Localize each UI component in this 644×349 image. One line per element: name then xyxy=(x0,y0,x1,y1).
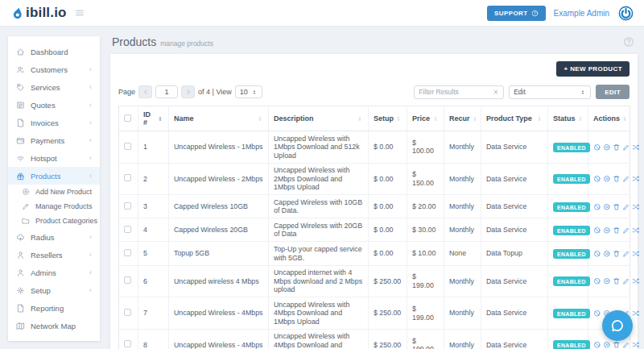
ban-icon[interactable] xyxy=(593,277,601,285)
sidebar-item-hotspot[interactable]: Hotspot‹ xyxy=(8,149,100,167)
edit-button[interactable]: EDIT xyxy=(596,85,630,99)
pencil-icon[interactable] xyxy=(622,203,630,211)
sidebar-item-admins[interactable]: Admins‹ xyxy=(8,264,100,281)
sort-icon[interactable] xyxy=(536,115,543,123)
app-logo[interactable]: ibill.io xyxy=(10,5,67,21)
trash-icon[interactable] xyxy=(613,175,621,183)
row-checkbox[interactable] xyxy=(124,276,131,284)
circle-x-icon[interactable] xyxy=(603,341,611,349)
row-checkbox[interactable] xyxy=(124,143,131,150)
sidebar-item-services[interactable]: Services‹ xyxy=(8,78,100,96)
chat-widget-button[interactable] xyxy=(602,310,633,341)
pencil-icon[interactable] xyxy=(622,143,630,152)
trash-icon[interactable] xyxy=(613,341,621,349)
sort-icon[interactable] xyxy=(621,115,628,123)
column-header-id[interactable]: ID # xyxy=(138,106,169,131)
column-header-description[interactable]: Description xyxy=(269,106,369,131)
trash-icon[interactable] xyxy=(613,203,621,211)
sort-icon[interactable] xyxy=(257,115,263,123)
sidebar-item-resellers[interactable]: Resellers‹ xyxy=(8,246,100,264)
column-header-status[interactable]: Status xyxy=(548,106,588,131)
sort-icon[interactable] xyxy=(472,115,478,123)
sidebar-item-payments[interactable]: Payments‹ xyxy=(8,131,100,149)
logout-power-icon[interactable] xyxy=(617,5,634,22)
sidebar-item-setup[interactable]: Setup‹ xyxy=(8,281,100,299)
circle-x-icon[interactable] xyxy=(603,250,611,258)
sidebar-item-reporting[interactable]: Reporting xyxy=(8,299,100,317)
column-header-setup[interactable]: Setup xyxy=(369,106,407,131)
sidebar-item-products[interactable]: Products‹ xyxy=(8,167,100,185)
shuffle-icon[interactable] xyxy=(632,143,640,152)
sidebar-item-manage-products[interactable]: Manage Products xyxy=(8,199,100,214)
circle-x-icon[interactable] xyxy=(603,277,611,285)
sort-icon[interactable] xyxy=(395,115,402,123)
menu-toggle-icon[interactable] xyxy=(74,7,85,19)
ban-icon[interactable] xyxy=(593,226,601,235)
pencil-icon[interactable] xyxy=(622,226,630,235)
row-checkbox[interactable] xyxy=(124,340,131,347)
filter-input[interactable] xyxy=(419,88,493,96)
sidebar-item-customers[interactable]: Customers‹ xyxy=(8,60,100,78)
sort-icon[interactable] xyxy=(357,115,363,123)
row-checkbox[interactable] xyxy=(124,202,131,210)
clear-filter-icon[interactable] xyxy=(493,89,499,95)
circle-x-icon[interactable] xyxy=(603,203,611,211)
new-product-button[interactable]: + NEW PRODUCT xyxy=(556,61,630,77)
bulk-action-select[interactable]: Edit xyxy=(509,85,591,99)
sidebar-item-network-map[interactable]: Network Map xyxy=(8,317,100,334)
pencil-icon[interactable] xyxy=(622,250,630,258)
support-button[interactable]: SUPPORT xyxy=(487,6,545,21)
sidebar-item-add-new-product[interactable]: Add New Product xyxy=(8,185,100,199)
column-header-actions[interactable]: Actions xyxy=(588,106,630,131)
pencil-icon[interactable] xyxy=(622,175,630,183)
prev-page-button[interactable] xyxy=(138,85,152,98)
column-header-name[interactable]: Name xyxy=(169,106,269,131)
sidebar-item-quotes[interactable]: Quotes‹ xyxy=(8,96,100,114)
shuffle-icon[interactable] xyxy=(632,250,640,258)
shuffle-icon[interactable] xyxy=(632,277,640,285)
column-header-recur[interactable]: Recur xyxy=(444,106,481,131)
trash-icon[interactable] xyxy=(613,143,621,152)
sidebar-item-dashboard[interactable]: Dashboard xyxy=(8,43,100,60)
view-count-select[interactable]: 10 xyxy=(235,85,262,98)
ban-icon[interactable] xyxy=(593,250,601,258)
sidebar-item-radius[interactable]: Radius‹ xyxy=(8,228,100,246)
sort-icon[interactable] xyxy=(157,115,163,123)
page-number-input[interactable] xyxy=(155,85,178,98)
ban-icon[interactable] xyxy=(593,310,601,318)
pencil-icon[interactable] xyxy=(622,277,630,285)
shuffle-icon[interactable] xyxy=(632,203,640,211)
column-header-price[interactable]: Price xyxy=(407,106,444,131)
sort-icon[interactable] xyxy=(577,115,584,123)
circle-x-icon[interactable] xyxy=(603,226,611,235)
help-question-icon[interactable] xyxy=(623,36,634,48)
circle-x-icon[interactable] xyxy=(603,143,611,152)
shuffle-icon[interactable] xyxy=(632,175,640,183)
trash-icon[interactable] xyxy=(613,226,621,235)
select-all-checkbox[interactable] xyxy=(124,114,131,122)
shuffle-icon[interactable] xyxy=(632,226,640,235)
sidebar-item-invoices[interactable]: Invoices‹ xyxy=(8,114,100,131)
ban-icon[interactable] xyxy=(593,175,601,183)
row-checkbox[interactable] xyxy=(124,309,131,316)
ban-icon[interactable] xyxy=(593,203,601,211)
ban-icon[interactable] xyxy=(593,341,601,349)
shuffle-icon[interactable] xyxy=(632,341,640,349)
next-page-button[interactable] xyxy=(181,85,195,98)
column-header-product-type[interactable]: Product Type xyxy=(481,106,548,131)
row-checkbox[interactable] xyxy=(124,249,131,256)
row-checkbox[interactable] xyxy=(124,226,131,233)
row-checkbox[interactable] xyxy=(124,174,131,181)
sort-icon[interactable] xyxy=(432,115,439,123)
circle-x-icon[interactable] xyxy=(603,175,611,183)
ban-icon[interactable] xyxy=(593,143,601,152)
trash-icon[interactable] xyxy=(613,250,621,258)
row-recur: Monthly xyxy=(444,131,481,164)
sidebar-item-product-categories[interactable]: Product Categories xyxy=(8,214,100,228)
row-id: 7 xyxy=(138,297,169,330)
pencil-icon[interactable] xyxy=(622,341,630,349)
user-account-link[interactable]: Example Admin xyxy=(554,9,609,18)
shuffle-icon[interactable] xyxy=(632,310,640,318)
trash-icon[interactable] xyxy=(613,277,621,285)
table-row: 2Uncapped Wireless - 2MbpsUncapped Wirel… xyxy=(119,163,630,195)
